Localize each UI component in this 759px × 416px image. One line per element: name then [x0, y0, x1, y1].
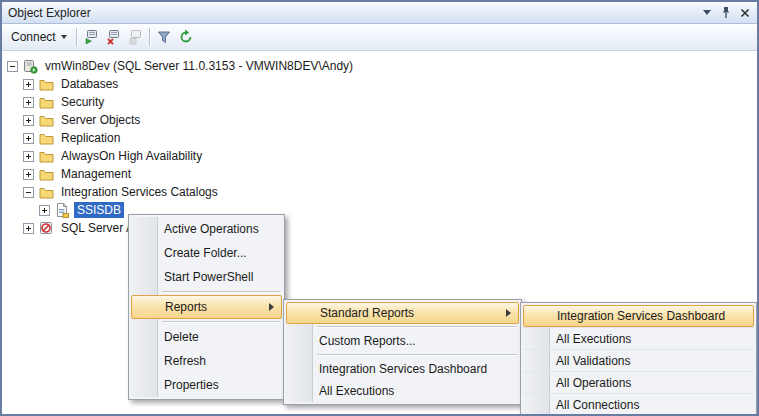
folder-icon — [38, 148, 54, 164]
menu-item-integration-services-dashboard[interactable]: Integration Services Dashboard — [523, 305, 754, 327]
expand-icon[interactable] — [23, 133, 34, 144]
close-icon — [740, 8, 750, 18]
menu-item-refresh[interactable]: Refresh — [131, 349, 282, 373]
stop-button[interactable] — [124, 26, 146, 48]
tree-item-alwayson-high-availability[interactable]: AlwaysOn High Availability — [7, 147, 757, 165]
filter-button[interactable] — [153, 26, 175, 48]
tree-item-label: AlwaysOn High Availability — [58, 148, 205, 164]
tree-item-databases[interactable]: Databases — [7, 75, 757, 93]
tree-item-label: Integration Services Catalogs — [58, 184, 221, 200]
tree-item-label: SSISDB — [74, 202, 124, 218]
object-explorer-window: Object Explorer Connect — [0, 0, 759, 416]
menu-item-active-operations[interactable]: Active Operations — [131, 217, 282, 241]
tree-item-label: Security — [58, 94, 107, 110]
tree-item-label: Replication — [58, 130, 123, 146]
menu-item-reports[interactable]: Reports — [131, 295, 282, 319]
menu-item-custom-reports[interactable]: Custom Reports... — [286, 330, 519, 352]
tree-item-security[interactable]: Security — [7, 93, 757, 111]
menu-item-all-executions[interactable]: All Executions — [523, 327, 754, 349]
context-menu: Active Operations Create Folder... Start… — [128, 214, 285, 400]
menu-item-create-folder[interactable]: Create Folder... — [131, 241, 282, 265]
menu-item-label: Reports — [165, 300, 207, 314]
folder-icon — [38, 94, 54, 110]
menu-separator — [317, 354, 517, 356]
titlebar: Object Explorer — [2, 2, 757, 24]
tree-item-ssisdb[interactable]: SSISDB — [7, 201, 757, 219]
submenu-arrow-icon — [506, 309, 511, 317]
toolbar-separator — [149, 28, 150, 46]
expand-icon[interactable] — [23, 169, 34, 180]
submenu-arrow-icon — [269, 303, 274, 311]
reports-submenu: Standard Reports Custom Reports... Integ… — [283, 299, 522, 405]
menu-separator — [317, 326, 517, 328]
menu-item-all-operations[interactable]: All Operations — [523, 371, 754, 393]
folder-icon — [38, 184, 54, 200]
window-title: Object Explorer — [6, 6, 696, 20]
pin-icon — [720, 6, 732, 19]
pin-button[interactable] — [717, 5, 734, 20]
toolbar-separator — [76, 28, 77, 46]
folder-icon — [38, 166, 54, 182]
chevron-down-icon — [61, 35, 67, 39]
disconnect-icon — [105, 29, 121, 45]
menu-item-integration-services-dashboard[interactable]: Integration Services Dashboard — [286, 358, 519, 380]
expand-icon[interactable] — [23, 115, 34, 126]
connect-button-label: Connect — [11, 30, 56, 44]
tree-item-server-objects[interactable]: Server Objects — [7, 111, 757, 129]
tree-item-integration-services-catalogs[interactable]: Integration Services Catalogs — [7, 183, 757, 201]
menu-separator — [162, 321, 280, 323]
menu-item-start-powershell[interactable]: Start PowerShell — [131, 265, 282, 289]
filter-icon — [156, 29, 172, 45]
refresh-button[interactable] — [175, 26, 197, 48]
close-button[interactable] — [736, 5, 753, 20]
window-position-icon — [703, 10, 711, 15]
tree-item-server[interactable]: vmWin8Dev (SQL Server 11.0.3153 - VMWIN8… — [7, 57, 757, 75]
server-icon — [22, 58, 38, 74]
menu-item-properties[interactable]: Properties — [131, 373, 282, 397]
stop-icon — [127, 29, 143, 45]
folder-icon — [38, 130, 54, 146]
menu-item-all-connections[interactable]: All Connections — [523, 393, 754, 415]
collapse-icon[interactable] — [23, 187, 34, 198]
standard-reports-submenu: Integration Services Dashboard All Execu… — [520, 302, 757, 416]
expand-icon[interactable] — [23, 79, 34, 90]
catalog-icon — [54, 202, 70, 218]
menu-item-label: Standard Reports — [320, 306, 414, 320]
connect-button[interactable]: Connect — [6, 28, 73, 46]
window-position-button[interactable] — [698, 5, 715, 20]
menu-separator — [162, 291, 280, 293]
tree-item-label: Databases — [58, 76, 121, 92]
expand-icon[interactable] — [23, 223, 34, 234]
menu-item-standard-reports[interactable]: Standard Reports — [286, 302, 519, 324]
disconnect-object-button[interactable] — [102, 26, 124, 48]
menu-item-all-validations[interactable]: All Validations — [523, 349, 754, 371]
collapse-icon[interactable] — [7, 61, 18, 72]
menu-item-delete[interactable]: Delete — [131, 325, 282, 349]
object-explorer-toolbar: Connect — [2, 24, 757, 51]
object-explorer-tree: vmWin8Dev (SQL Server 11.0.3153 - VMWIN8… — [2, 51, 757, 237]
expand-icon[interactable] — [39, 205, 50, 216]
folder-icon — [38, 76, 54, 92]
connect-icon — [83, 29, 99, 45]
tree-item-label: vmWin8Dev (SQL Server 11.0.3153 - VMWIN8… — [42, 58, 356, 74]
tree-item-sql-server-agent[interactable]: SQL Server Agent — [7, 219, 757, 237]
expand-icon[interactable] — [23, 97, 34, 108]
agent-icon — [38, 220, 54, 236]
connect-object-button[interactable] — [80, 26, 102, 48]
tree-item-label: Management — [58, 166, 134, 182]
expand-icon[interactable] — [23, 151, 34, 162]
folder-icon — [38, 112, 54, 128]
refresh-icon — [178, 29, 194, 45]
menu-item-all-executions[interactable]: All Executions — [286, 380, 519, 402]
tree-item-replication[interactable]: Replication — [7, 129, 757, 147]
tree-item-management[interactable]: Management — [7, 165, 757, 183]
tree-item-label: Server Objects — [58, 112, 143, 128]
